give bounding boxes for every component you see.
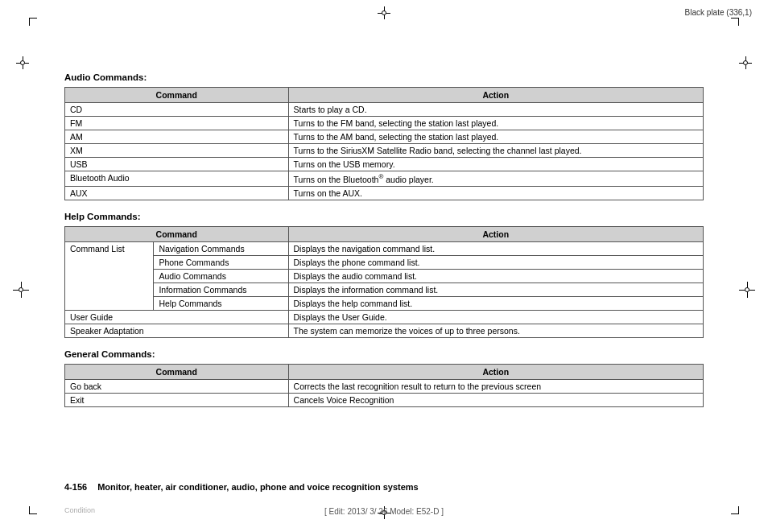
general-commands-heading: General Commands: [64,349,704,359]
corner-mark-bl [29,506,37,514]
sub-command-cell: Information Commands [154,282,288,296]
action-cell: Starts to play a CD. [288,103,703,117]
footer-condition: Condition [64,506,95,514]
table-row: CDStarts to play a CD. [65,103,704,117]
table-row: AMTurns to the AM band, selecting the st… [65,130,704,144]
sub-command-cell: Help Commands [154,296,288,310]
table-row: Audio CommandsDisplays the audio command… [65,269,704,282]
reg-mark-right-mid [739,282,755,298]
general-col-command: Command [65,364,289,379]
sub-command-cell: Phone Commands [154,255,288,269]
action-cell: Turns to the SiriusXM Satellite Radio ba… [288,144,703,158]
command-cell: AUX [65,186,289,200]
reg-mark-left-top [16,56,29,69]
footer-description: Monitor, heater, air conditioner, audio,… [97,482,419,492]
command-cell: AM [65,130,289,144]
action-cell: Turns to the FM band, selecting the stat… [288,117,703,130]
corner-mark-br [731,506,739,514]
action-cell: Displays the phone command list. [288,255,703,269]
table-row: USBTurns on the USB memory. [65,158,704,171]
table-row: XMTurns to the SiriusXM Satellite Radio … [65,144,704,158]
action-cell: Turns to the AM band, selecting the stat… [288,130,703,144]
command-cell: Go back [65,379,289,393]
footer-section: 4-156 Monitor, heater, air conditioner, … [64,482,704,492]
command-cell: FM [65,117,289,130]
action-cell: Turns on the USB memory. [288,158,703,171]
footer-edit: [ Edit: 2013/ 3/ 26 Model: E52-D ] [324,507,444,516]
audio-commands-heading: Audio Commands: [64,72,704,82]
audio-col-action: Action [288,88,703,103]
action-cell: Turns on the AUX. [288,186,703,200]
table-row: FMTurns to the FM band, selecting the st… [65,117,704,130]
table-row: AUXTurns on the AUX. [65,186,704,200]
command-cell: Bluetooth Audio [65,171,289,187]
help-col-action: Action [288,226,703,241]
command-cell: Command List [65,241,154,310]
table-row: ExitCancels Voice Recognition [65,393,704,406]
command-cell: Speaker Adaptation [65,324,289,337]
table-row: Speaker AdaptationThe system can memoriz… [65,324,704,337]
command-cell: User Guide [65,310,289,324]
sub-command-cell: Audio Commands [154,269,288,282]
general-col-action: Action [288,364,703,379]
audio-commands-table: Command Action CDStarts to play a CD.FMT… [64,87,704,200]
table-row: Help CommandsDisplays the help command l… [65,296,704,310]
action-cell: Displays the navigation command list. [288,241,703,255]
main-content: Audio Commands: Command Action CDStarts … [64,72,704,419]
action-cell: Turns on the Bluetooth® audio player. [288,171,703,187]
action-cell: Corrects the last recognition result to … [288,379,703,393]
help-commands-heading: Help Commands: [64,212,704,221]
audio-col-command: Command [65,88,289,103]
action-cell: Displays the audio command list. [288,269,703,282]
corner-mark-tr [731,18,739,26]
reg-mark-top [378,6,390,19]
reg-mark-left-mid [13,282,29,298]
command-cell: CD [65,103,289,117]
command-cell: XM [65,144,289,158]
corner-mark-tl [29,18,37,26]
command-cell: USB [65,158,289,171]
help-commands-table: Command Action Command ListNavigation Co… [64,226,704,338]
reg-mark-right-top [739,56,752,69]
table-row: Bluetooth AudioTurns on the Bluetooth® a… [65,171,704,187]
table-row: Phone CommandsDisplays the phone command… [65,255,704,269]
help-col-command: Command [65,226,289,241]
action-cell: Displays the User Guide. [288,310,703,324]
action-cell: The system can memorize the voices of up… [288,324,703,337]
action-cell: Displays the help command list. [288,296,703,310]
sub-command-cell: Navigation Commands [154,241,288,255]
table-row: Information CommandsDisplays the informa… [65,282,704,296]
plate-info: Black plate (336,1) [685,8,752,17]
page-number: 4-156 [64,482,87,492]
action-cell: Cancels Voice Recognition [288,393,703,406]
table-row: Go backCorrects the last recognition res… [65,379,704,393]
table-row: User GuideDisplays the User Guide. [65,310,704,324]
general-commands-table: Command Action Go backCorrects the last … [64,364,704,407]
table-row: Command ListNavigation CommandsDisplays … [65,241,704,255]
action-cell: Displays the information command list. [288,282,703,296]
command-cell: Exit [65,393,289,406]
